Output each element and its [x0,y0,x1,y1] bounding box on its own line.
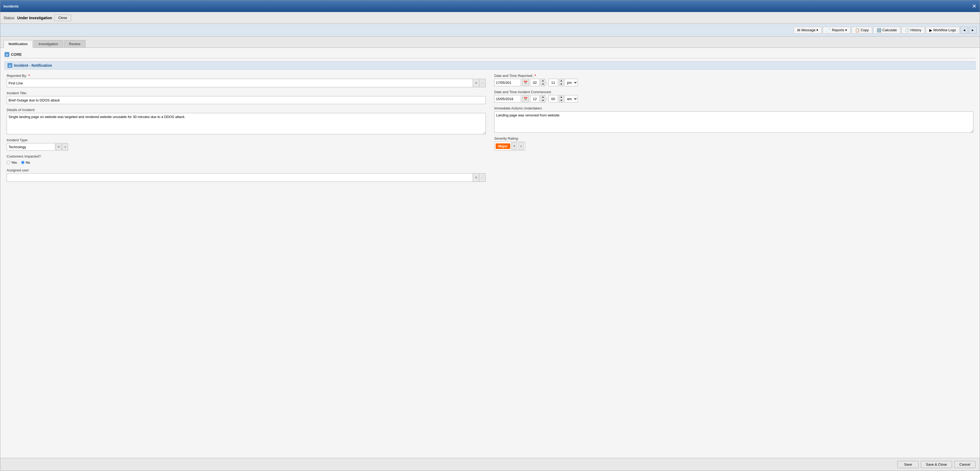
severity-value: Major [498,144,508,148]
status-bar: Status: Under Investigation Close [0,12,980,24]
hour-reported-up[interactable]: ▲ [541,79,545,83]
ampm-reported-select[interactable]: am pm [565,79,578,86]
date-reported-datetime-group: 📅 ▲ ▼ : ▲ ▼ [494,79,973,86]
nav-right-button[interactable]: ► [969,27,977,34]
copy-button[interactable]: 📋 Copy [852,27,872,34]
incident-type-dropdown-btn[interactable]: ▾ [62,143,68,151]
close-button[interactable]: Close [54,14,71,21]
left-column: Reported By: * ✕ ··· Incident Title: [7,74,486,182]
message-button[interactable]: ✉ Message ▾ [794,27,822,34]
save-button[interactable]: Save [897,461,919,468]
bottom-bar: Save Save & Close Cancel [0,458,980,471]
reported-by-group: Reported By: * ✕ ··· [7,74,486,87]
customers-impacted-group: Customers Impacted?: Yes No [7,154,486,164]
nav-left-button[interactable]: ◄ [961,27,968,34]
no-radio[interactable] [21,161,25,164]
workflow-logs-button[interactable]: ▶ Workflow Logs [926,27,959,34]
min-commenced-down[interactable]: ▼ [559,99,563,102]
calculate-button[interactable]: 🔢 Calculate [873,27,900,34]
date-commenced-input[interactable] [494,95,521,102]
workflow-icon: ▶ [929,28,932,32]
save-close-button[interactable]: Save & Close [921,461,952,468]
hour-commenced-up[interactable]: ▲ [541,95,545,99]
severity-dropdown-btn[interactable]: ▾ [518,142,524,150]
hour-reported-input[interactable] [530,79,539,86]
reported-by-input-wrapper: ✕ ··· [7,79,486,87]
cancel-button[interactable]: Cancel [954,461,975,468]
severity-clear-btn[interactable]: ✕ [511,142,517,150]
min-reported-spinners: ▲ ▼ [559,79,564,86]
incident-title-input[interactable] [7,96,486,104]
time-separator-2: : [546,97,547,101]
date-commenced-cal-btn[interactable]: 📅 [522,95,529,102]
history-button[interactable]: 🕐 History [902,27,925,34]
tab-notification[interactable]: Notification [3,40,33,48]
assigned-user-group: Assigned user: ✕ ··· [7,168,486,182]
assigned-user-clear-btn[interactable]: ✕ [473,174,479,182]
details-textarea[interactable]: Single landing page on website was targe… [7,113,486,134]
severity-badge: Major [496,144,510,149]
reports-icon: 📄 [826,28,831,32]
hour-commenced-spinners: ▲ ▼ [541,95,545,102]
incident-type-group: Incident Type: ✕ ▾ [7,138,486,151]
date-reported-input[interactable] [494,79,521,86]
hour-commenced-down[interactable]: ▼ [541,99,545,102]
immediate-actions-textarea[interactable]: Landing page was removed from website. [494,111,973,133]
details-label: Details of Incident: [7,108,486,112]
ampm-commenced-select[interactable]: am pm [565,95,578,102]
main-window: Incidents ✕ Status: Under Investigation … [0,0,980,471]
date-commenced-label: Date and Time Incident Commenced: [494,90,973,94]
history-label: History [911,28,921,32]
assigned-user-label: Assigned user: [7,168,486,172]
reported-by-input[interactable] [7,79,473,87]
incident-notification-collapse-button[interactable]: ▲ [8,63,12,68]
reported-by-label: Reported By: * [7,74,486,78]
tab-investigation[interactable]: Investigation [33,40,63,48]
assigned-user-input[interactable] [7,174,473,182]
assigned-user-browse-btn[interactable]: ··· [479,174,485,182]
incident-type-input[interactable] [7,143,55,151]
reported-by-clear-btn[interactable]: ✕ [473,79,479,87]
reported-by-browse-btn[interactable]: ··· [479,79,485,87]
incident-notification-header: ▲ Incident - Notification [5,61,975,69]
incident-type-clear-btn[interactable]: ✕ [56,143,62,151]
date-reported-group: Date and Time Reported: * 📅 ▲ ▼ : [494,74,973,86]
immediate-actions-label: Immediate Actions Undertaken: [494,106,973,110]
min-commenced-spinners: ▲ ▼ [559,95,564,102]
tab-review[interactable]: Review [64,40,86,48]
title-bar-close-button[interactable]: ✕ [972,3,977,10]
content-area: ▲ CORE ▲ Incident - Notification Reporte… [0,48,980,458]
min-reported-down[interactable]: ▼ [559,83,563,86]
yes-radio[interactable] [7,161,10,164]
date-commenced-group: Date and Time Incident Commenced: 📅 ▲ ▼ … [494,90,973,102]
core-section-header: ▲ CORE [5,51,975,58]
core-collapse-button[interactable]: ▲ [5,52,10,57]
reports-button[interactable]: 📄 Reports ▾ [823,27,851,34]
date-commenced-datetime-group: 📅 ▲ ▼ : ▲ ▼ [494,95,973,102]
customers-impacted-label: Customers Impacted?: [7,154,486,158]
min-commenced-input[interactable] [549,95,558,102]
min-reported-up[interactable]: ▲ [559,79,563,83]
reports-label: Reports [832,28,844,32]
status-value: Under Investigation [18,16,52,20]
message-dropdown-icon: ▾ [816,28,818,32]
ampm-reported-select-wrapper: am pm [565,79,578,86]
hour-commenced-input[interactable] [530,95,539,102]
reported-by-required: * [29,74,30,78]
min-reported-input[interactable] [549,79,558,86]
incident-type-label: Incident Type: [7,138,486,142]
min-commenced-up[interactable]: ▲ [559,95,563,99]
date-reported-cal-btn[interactable]: 📅 [522,79,529,86]
tabs-bar: Notification Investigation Review [0,37,980,48]
no-radio-label[interactable]: No [21,160,30,164]
copy-icon: 📋 [855,28,860,32]
yes-radio-label[interactable]: Yes [7,160,17,164]
copy-label: Copy [861,28,869,32]
form-grid: Reported By: * ✕ ··· Incident Title: [5,74,975,182]
ampm-commenced-select-wrapper: am pm [565,95,578,102]
status-label-text: Status: [3,16,15,20]
toolbar: ✉ Message ▾ 📄 Reports ▾ 📋 Copy 🔢 Calcula… [0,24,980,37]
title-bar: Incidents ✕ [0,0,980,12]
immediate-actions-group: Immediate Actions Undertaken: Landing pa… [494,106,973,133]
hour-reported-down[interactable]: ▼ [541,83,545,86]
